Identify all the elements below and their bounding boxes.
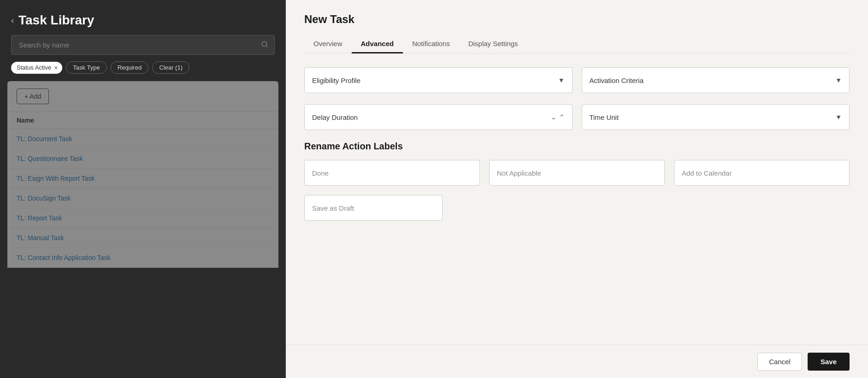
filter-row: Status Active × Task Type Required Clear… — [0, 61, 286, 81]
panel-header: New Task Overview Advanced Notifications… — [286, 0, 868, 53]
delay-duration-field: Delay Duration ⌄ ⌃ — [304, 104, 573, 130]
eligibility-profile-dropdown[interactable]: Eligibility Profile ▼ — [304, 67, 573, 93]
cancel-button[interactable]: Cancel — [757, 353, 802, 371]
eligibility-profile-label: Eligibility Profile — [312, 77, 360, 84]
main-panel: New Task Overview Advanced Notifications… — [286, 0, 868, 378]
chevron-down-icon: ▼ — [558, 77, 565, 84]
done-field — [304, 160, 480, 186]
clear-filter-button[interactable]: Clear (1) — [152, 61, 189, 74]
add-to-calendar-field — [674, 160, 850, 186]
sidebar-title: Task Library — [18, 13, 94, 28]
time-unit-dropdown[interactable]: Time Unit ▼ — [582, 104, 850, 130]
tab-notifications[interactable]: Notifications — [403, 35, 459, 53]
required-filter-button[interactable]: Required — [111, 61, 149, 74]
chevron-up-icon: ⌃ — [559, 113, 565, 121]
task-type-filter-button[interactable]: Task Type — [66, 61, 106, 74]
panel-footer: Cancel Save — [286, 345, 868, 378]
form-row-2: Delay Duration ⌄ ⌃ Time Unit ▼ — [304, 104, 850, 130]
save-button[interactable]: Save — [808, 353, 850, 371]
tab-overview[interactable]: Overview — [304, 35, 352, 53]
save-draft-row — [304, 195, 850, 221]
form-row-1: Eligibility Profile ▼ Activation Criteri… — [304, 67, 850, 93]
rename-labels-row-1 — [304, 160, 850, 186]
status-active-label: Status Active — [17, 64, 51, 71]
eligibility-dropdown-icons: ▼ — [558, 77, 565, 84]
chevron-down-icon: ▼ — [835, 113, 842, 121]
delay-duration-label: Delay Duration — [312, 113, 358, 121]
rename-section-title: Rename Action Labels — [304, 141, 850, 152]
svg-point-0 — [262, 41, 267, 47]
not-applicable-input[interactable] — [489, 160, 665, 186]
add-to-calendar-input[interactable] — [674, 160, 850, 186]
activation-criteria-dropdown[interactable]: Activation Criteria ▼ — [582, 67, 850, 93]
tab-display-settings[interactable]: Display Settings — [459, 35, 527, 53]
back-arrow-icon[interactable]: ‹ — [11, 16, 14, 25]
panel-body: Eligibility Profile ▼ Activation Criteri… — [286, 53, 868, 345]
tab-advanced[interactable]: Advanced — [352, 35, 403, 53]
status-active-filter[interactable]: Status Active × — [11, 62, 62, 74]
done-input[interactable] — [304, 160, 480, 186]
search-bar — [11, 35, 275, 55]
not-applicable-field — [489, 160, 665, 186]
activation-criteria-label: Activation Criteria — [590, 77, 644, 84]
delay-dropdown-icons: ⌄ ⌃ — [551, 113, 565, 121]
chevron-down-icon: ▼ — [835, 77, 842, 84]
page-title: New Task — [304, 13, 850, 26]
sidebar-header: ‹ Task Library — [0, 0, 286, 35]
search-icon — [261, 41, 268, 50]
save-as-draft-field — [304, 195, 443, 221]
dim-overlay — [0, 81, 286, 378]
activation-dropdown-icons: ▼ — [835, 77, 842, 84]
time-unit-label: Time Unit — [590, 113, 619, 121]
svg-line-1 — [266, 46, 267, 47]
activation-criteria-field: Activation Criteria ▼ — [582, 67, 850, 93]
sidebar-content-area: + Add Name TL: Document Task TL: Questio… — [0, 81, 286, 378]
delay-duration-dropdown[interactable]: Delay Duration ⌄ ⌃ — [304, 104, 573, 130]
sidebar: ‹ Task Library Status Active × Task Type… — [0, 0, 286, 378]
search-input[interactable] — [11, 35, 275, 55]
time-unit-dropdown-icons: ▼ — [835, 113, 842, 121]
eligibility-profile-field: Eligibility Profile ▼ — [304, 67, 573, 93]
save-as-draft-input[interactable] — [304, 195, 443, 221]
status-filter-close-icon[interactable]: × — [54, 64, 58, 71]
time-unit-field: Time Unit ▼ — [582, 104, 850, 130]
chevron-down-icon: ⌄ — [551, 113, 556, 121]
tab-bar: Overview Advanced Notifications Display … — [304, 35, 850, 53]
